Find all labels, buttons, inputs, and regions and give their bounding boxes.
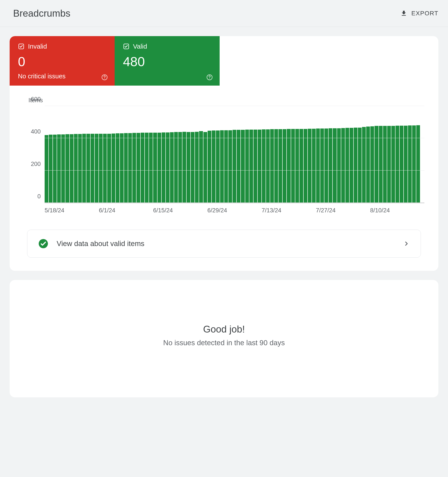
- svg-point-5: [209, 78, 210, 79]
- tile-valid-count: 480: [123, 54, 211, 69]
- chart-bar: [212, 131, 215, 203]
- chart-gridline: [45, 170, 424, 171]
- chart-bar: [412, 125, 416, 203]
- chart-bar: [291, 129, 295, 203]
- chart-bar: [408, 125, 412, 203]
- chart-bar: [178, 132, 182, 203]
- chart-xtick: 6/1/24: [99, 207, 153, 214]
- chart-bar: [78, 134, 82, 203]
- chart-bar: [220, 130, 224, 203]
- download-icon: [400, 10, 407, 17]
- tile-valid-label: Valid: [133, 43, 147, 50]
- chart-bar: [57, 134, 61, 203]
- chart-bar: [103, 134, 107, 203]
- chart-bar: [337, 128, 341, 203]
- chart-bar: [375, 126, 378, 203]
- tile-invalid-subtitle: No critical issues: [18, 73, 106, 80]
- chart-bar: [300, 129, 303, 203]
- checkbox-checked-icon: [18, 43, 24, 50]
- chart-bar: [153, 133, 157, 203]
- view-valid-items-label: View data about valid items: [57, 239, 395, 248]
- chart-bar: [320, 129, 324, 203]
- no-issues-subtitle: No issues detected in the last 90 days: [18, 339, 430, 347]
- chart-bar: [49, 135, 53, 203]
- chart-xaxis: 5/18/246/1/246/15/246/29/247/13/247/27/2…: [45, 207, 424, 214]
- chart-bar: [203, 132, 207, 203]
- export-button[interactable]: EXPORT: [400, 10, 438, 17]
- chart-bar: [99, 134, 103, 203]
- chart-bar: [395, 126, 399, 203]
- chart-xtick: 7/13/24: [262, 207, 316, 214]
- chart-bar: [228, 130, 232, 203]
- chart-bar: [379, 126, 383, 203]
- chart-bar: [245, 130, 249, 203]
- chart-ytick: 200: [31, 161, 41, 167]
- chart-bar: [183, 132, 186, 203]
- help-icon[interactable]: [101, 74, 108, 81]
- chart-bar: [324, 129, 328, 203]
- chart-bar: [333, 128, 336, 203]
- svg-point-2: [104, 78, 105, 79]
- chart-bar: [249, 130, 253, 203]
- chart-bar: [91, 134, 94, 203]
- export-label: EXPORT: [411, 10, 438, 17]
- chart-bar: [233, 130, 236, 203]
- chart-bar: [312, 129, 316, 203]
- chart-gridline: [45, 106, 424, 106]
- chart-bar: [141, 133, 144, 203]
- chart-ylabel: Items: [29, 97, 424, 104]
- chart-bar: [350, 128, 353, 203]
- items-chart: Items 0200400600 5/18/246/1/246/15/246/2…: [10, 86, 438, 219]
- chart-bar: [191, 132, 195, 203]
- chart-bar: [354, 128, 357, 203]
- chart-bar: [400, 126, 403, 203]
- chart-bar: [53, 135, 57, 203]
- view-valid-items-button[interactable]: View data about valid items: [27, 230, 421, 258]
- chart-bars: [45, 106, 420, 203]
- chart-bar: [116, 133, 119, 203]
- chart-bar: [316, 129, 320, 203]
- chart-bar: [45, 135, 48, 203]
- tile-invalid-label: Invalid: [28, 43, 47, 50]
- chart-bar: [308, 129, 312, 203]
- chart-xtick: 5/18/24: [45, 207, 99, 214]
- chart-bar: [112, 134, 115, 203]
- chart-bar: [270, 129, 274, 203]
- chart-bar: [266, 129, 270, 203]
- page-title: Breadcrumbs: [13, 8, 71, 19]
- chart-bar: [128, 133, 132, 203]
- chart-gridline: [45, 203, 424, 203]
- chart-bar: [287, 129, 290, 203]
- tile-invalid[interactable]: Invalid 0 No critical issues: [10, 36, 115, 86]
- chart-bar: [158, 133, 161, 203]
- chart-bar: [216, 131, 220, 203]
- chart-bar: [132, 133, 136, 203]
- chart-bar: [107, 134, 111, 203]
- chart-ytick: 600: [31, 96, 41, 103]
- chart-bar: [304, 129, 307, 203]
- chart-bar: [262, 129, 265, 203]
- chart-bar: [383, 126, 387, 203]
- chart-bar: [295, 129, 299, 203]
- chart-bar: [170, 132, 174, 203]
- no-issues-title: Good job!: [18, 324, 430, 335]
- chart-bar: [358, 128, 362, 203]
- overview-card: Invalid 0 No critical issues Valid 480 I…: [10, 36, 438, 271]
- help-icon[interactable]: [206, 74, 213, 81]
- tile-valid[interactable]: Valid 480: [115, 36, 220, 86]
- chart-bar: [274, 129, 278, 203]
- chart-bar: [208, 131, 211, 203]
- chart-bar: [329, 128, 332, 203]
- checkbox-checked-icon: [123, 43, 130, 50]
- chart-plot: [45, 106, 424, 203]
- chart-bar: [370, 126, 374, 203]
- chart-xtick: 7/27/24: [316, 207, 370, 214]
- chart-yaxis: 0200400600: [29, 106, 45, 203]
- chart-bar: [82, 134, 86, 203]
- chart-bar: [241, 130, 245, 203]
- chart-bar: [258, 130, 261, 203]
- chart-bar: [145, 133, 148, 203]
- chart-bar: [162, 132, 165, 203]
- chart-bar: [120, 133, 124, 203]
- page-header: Breadcrumbs EXPORT: [0, 0, 448, 27]
